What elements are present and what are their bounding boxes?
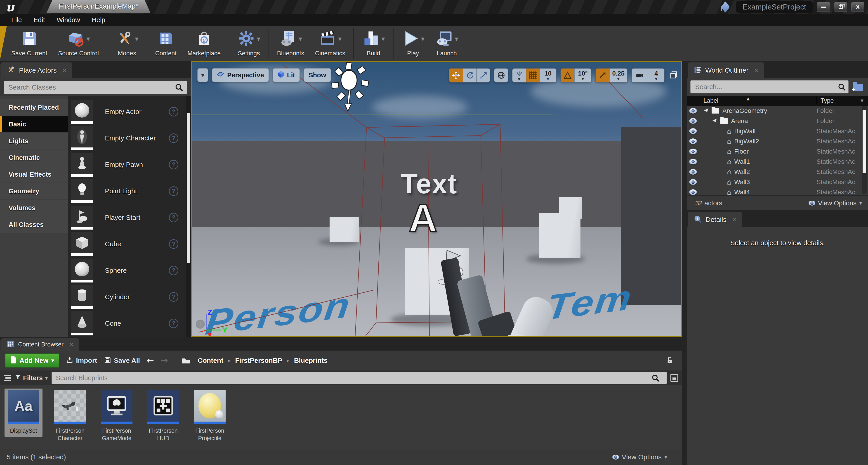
panel-divider[interactable] — [682, 61, 687, 465]
expand-arrow-icon[interactable] — [712, 118, 718, 123]
maximize-viewport-icon[interactable] — [670, 71, 677, 80]
help-icon[interactable]: ? — [169, 319, 178, 328]
settings-button[interactable]: ▼ Settings — [232, 26, 266, 61]
lock-icon[interactable] — [665, 355, 674, 366]
view-mode-button[interactable]: Lit — [273, 68, 300, 82]
asset-firstperson-character[interactable]: FirstPerson Character — [51, 388, 89, 444]
asset-displayset[interactable]: Aa DisplaySet — [4, 388, 42, 437]
visibility-eye-icon[interactable] — [689, 179, 697, 185]
category-cinematic[interactable]: Cinematic — [0, 149, 68, 166]
back-arrow-icon[interactable]: ← — [147, 355, 154, 366]
outliner-row-arena[interactable]: Arena Folder — [687, 116, 868, 126]
visibility-eye-icon[interactable] — [689, 159, 697, 165]
help-icon[interactable]: ? — [169, 266, 178, 275]
help-icon[interactable]: ? — [169, 239, 178, 249]
category-all-classes[interactable]: All Classes — [0, 216, 68, 233]
outliner-row-wall1[interactable]: ⌂ Wall1 StaticMeshAc — [687, 156, 868, 167]
list-item-point-light[interactable]: Point Light ? — [71, 178, 191, 204]
launch-button[interactable]: ▼ Launch — [430, 26, 464, 61]
rotation-snap-value-dropdown[interactable]: 10° ▼ — [575, 68, 591, 82]
outliner-row-wall4[interactable]: ⌂ Wall4 StaticMeshAc — [687, 187, 868, 196]
create-folder-button[interactable]: + — [852, 81, 865, 92]
viewport-help-icon[interactable]: ? — [196, 320, 205, 329]
asset-firstperson-hud[interactable]: FirstPerson HUD — [144, 388, 182, 444]
grid-snapping-button[interactable] — [526, 68, 539, 82]
help-icon[interactable]: ? — [169, 292, 178, 302]
menu-file[interactable]: File — [6, 15, 27, 25]
category-recently-placed[interactable]: Recently Placed — [0, 99, 68, 116]
content-browser-tab[interactable]: Content Browser × — [0, 338, 79, 351]
menu-help[interactable]: Help — [87, 15, 110, 25]
breadcrumb-content[interactable]: Content — [198, 357, 223, 365]
expand-arrow-icon[interactable] — [704, 108, 709, 113]
grid-snap-value-dropdown[interactable]: 10 ▼ — [539, 68, 556, 82]
menu-edit[interactable]: Edit — [29, 15, 50, 25]
scrollbar-thumb[interactable] — [863, 110, 866, 173]
build-button[interactable]: ▼ Build — [356, 26, 390, 61]
outliner-row-bigwall2[interactable]: ⌂ BigWall2 StaticMeshAc — [687, 136, 868, 146]
translate-tool-button[interactable] — [449, 68, 463, 82]
scrollbar[interactable] — [862, 106, 867, 194]
level-viewport[interactable]: Person Tem — [191, 61, 682, 337]
outliner-search-input[interactable] — [690, 80, 848, 93]
outliner-row-bigwall[interactable]: ⌂ BigWall StaticMeshAc — [687, 126, 868, 136]
visibility-eye-icon[interactable] — [689, 169, 697, 175]
rotation-snapping-button[interactable] — [561, 68, 575, 82]
details-tab[interactable]: i Details × — [688, 212, 742, 227]
view-options-button[interactable]: View Options ▼ — [809, 200, 868, 207]
level-tab[interactable]: FirstPersonExampleMap* — [46, 0, 150, 13]
filters-button[interactable]: Filters ▼ — [15, 374, 48, 382]
asset-firstperson-projectile[interactable]: FirstPerson Projectile — [191, 388, 229, 444]
save-current-button[interactable]: Save Current — [6, 26, 53, 61]
asset-firstperson-gamemode[interactable]: FirstPerson GameMode — [98, 388, 135, 444]
scale-tool-button[interactable] — [476, 68, 490, 82]
scrollbar[interactable] — [186, 96, 191, 337]
viewport-options-dropdown[interactable]: ▼ — [197, 68, 208, 82]
list-item-player-start[interactable]: Player Start ? — [71, 204, 191, 231]
visibility-eye-icon[interactable] — [689, 138, 697, 144]
column-type[interactable]: Type ▼ — [816, 97, 868, 104]
column-label[interactable]: ▲ Label — [687, 97, 816, 104]
visibility-eye-icon[interactable] — [689, 108, 697, 114]
menu-window[interactable]: Window — [52, 15, 85, 25]
outliner-row-floor[interactable]: ⌂ Floor StaticMeshAc — [687, 146, 868, 156]
help-icon[interactable]: ? — [169, 160, 178, 169]
list-item-cylinder[interactable]: Cylinder ? — [71, 284, 191, 310]
breadcrumb-blueprints[interactable]: Blueprints — [294, 357, 328, 365]
close-icon[interactable]: × — [63, 66, 67, 74]
add-new-button[interactable]: Add New ▼ — [5, 353, 59, 368]
help-icon[interactable]: ? — [169, 134, 178, 143]
blueprints-button[interactable]: ▼ Blueprints — [272, 26, 310, 61]
show-flags-button[interactable]: Show — [304, 68, 331, 82]
floating-text-actor[interactable]: Text — [381, 168, 476, 200]
source-control-button[interactable]: ▼ Source Control — [53, 26, 104, 61]
cinematics-button[interactable]: ▼ Cinematics — [310, 26, 351, 61]
modes-button[interactable]: ▼ Modes — [110, 26, 144, 61]
selected-letter-actor[interactable]: A — [409, 195, 437, 241]
visibility-eye-icon[interactable] — [689, 149, 697, 154]
category-geometry[interactable]: Geometry — [0, 183, 68, 199]
category-basic[interactable]: Basic — [0, 116, 68, 132]
list-item-empty-actor[interactable]: Empty Actor ? — [71, 98, 191, 125]
list-item-sphere[interactable]: Sphere ? — [71, 257, 191, 284]
list-item-empty-character[interactable]: Empty Character ? — [71, 125, 191, 151]
list-item-cube[interactable]: Cube ? — [71, 231, 191, 257]
help-icon[interactable]: ? — [169, 186, 178, 196]
help-icon[interactable]: ? — [169, 107, 178, 116]
visibility-eye-icon[interactable] — [689, 189, 697, 195]
breadcrumb-firstpersonbp[interactable]: FirstPersonBP — [235, 357, 282, 365]
marketplace-button[interactable]: u Marketplace — [182, 26, 226, 61]
category-lights[interactable]: Lights — [0, 133, 68, 149]
category-volumes[interactable]: Volumes — [0, 200, 68, 216]
close-icon[interactable]: × — [69, 341, 73, 348]
content-button[interactable]: Content — [150, 26, 182, 61]
save-all-button[interactable]: Save All — [104, 356, 140, 365]
scale-snapping-button[interactable] — [596, 68, 609, 82]
search-blueprints-input[interactable] — [52, 372, 667, 384]
camera-mode-button[interactable]: Perspective — [212, 68, 269, 82]
close-button[interactable]: X — [851, 2, 864, 12]
save-search-icon[interactable] — [671, 374, 678, 382]
forward-arrow-icon[interactable]: → — [161, 355, 168, 366]
close-icon[interactable]: × — [754, 66, 758, 74]
import-button[interactable]: Import — [66, 356, 97, 365]
